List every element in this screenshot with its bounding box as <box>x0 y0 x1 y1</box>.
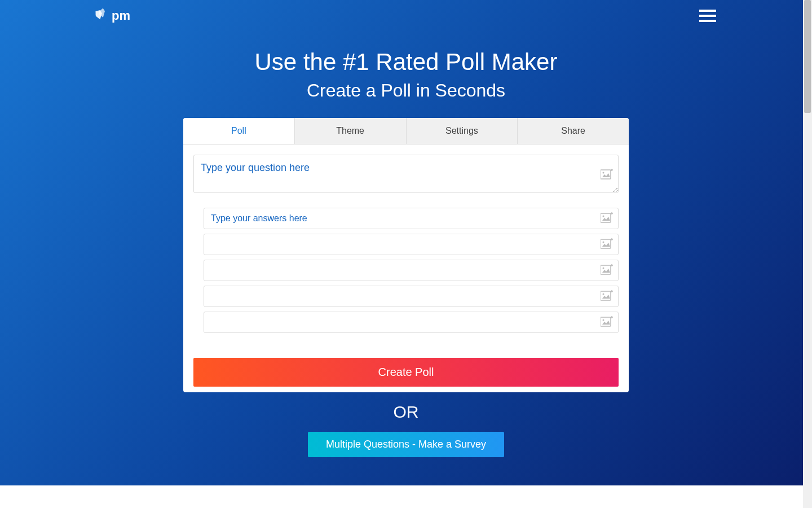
answer-input-5[interactable] <box>204 312 619 333</box>
hamburger-icon <box>699 20 716 22</box>
hamburger-icon <box>699 10 716 12</box>
add-image-icon[interactable] <box>601 290 613 303</box>
svg-rect-4 <box>601 213 611 222</box>
svg-point-1 <box>603 172 604 174</box>
hero-section: pm Use the #1 Rated Poll Maker Create a … <box>0 0 812 485</box>
header: pm <box>0 0 812 32</box>
logo-text: pm <box>112 8 130 23</box>
create-poll-button[interactable]: Create Poll <box>193 358 619 387</box>
logo[interactable]: pm <box>96 8 130 23</box>
scrollbar-thumb[interactable] <box>804 0 811 113</box>
svg-rect-12 <box>601 265 611 274</box>
menu-button[interactable] <box>699 10 716 22</box>
stats-section: Polling 1 Million+ People Everyday <box>0 485 812 508</box>
add-image-icon[interactable] <box>601 264 613 277</box>
tab-theme[interactable]: Theme <box>295 118 407 144</box>
answers-list <box>193 208 619 333</box>
svg-point-9 <box>603 242 604 243</box>
add-image-icon[interactable] <box>601 212 613 225</box>
svg-rect-0 <box>601 170 611 179</box>
or-divider: OR <box>0 402 812 422</box>
question-row <box>193 155 619 195</box>
poll-card: Poll Theme Settings Share <box>183 118 629 392</box>
tab-share[interactable]: Share <box>518 118 629 144</box>
tab-settings[interactable]: Settings <box>407 118 518 144</box>
hero-content: Use the #1 Rated Poll Maker Create a Pol… <box>0 32 812 457</box>
answer-row <box>204 234 619 255</box>
svg-rect-20 <box>601 317 611 326</box>
answer-row <box>204 260 619 281</box>
answer-input-1[interactable] <box>204 208 619 229</box>
svg-point-17 <box>603 294 604 295</box>
svg-point-21 <box>603 319 604 321</box>
scrollbar[interactable] <box>803 0 812 508</box>
question-input[interactable] <box>193 155 619 193</box>
add-image-icon[interactable] <box>601 316 613 329</box>
answer-row <box>204 286 619 307</box>
logo-icon <box>94 7 111 24</box>
svg-point-5 <box>603 216 604 217</box>
add-image-icon[interactable] <box>601 168 613 182</box>
answer-row <box>204 312 619 333</box>
svg-point-13 <box>603 268 604 269</box>
svg-rect-16 <box>601 291 611 300</box>
poll-body <box>183 144 629 348</box>
svg-rect-8 <box>601 239 611 248</box>
add-image-icon[interactable] <box>601 238 613 251</box>
page-title: Use the #1 Rated Poll Maker <box>0 49 812 76</box>
tabs: Poll Theme Settings Share <box>183 118 629 144</box>
hamburger-icon <box>699 15 716 17</box>
answer-row <box>204 208 619 229</box>
answer-input-2[interactable] <box>204 234 619 255</box>
answer-input-4[interactable] <box>204 286 619 307</box>
tab-poll[interactable]: Poll <box>183 118 295 144</box>
make-survey-button[interactable]: Multiple Questions - Make a Survey <box>308 432 504 457</box>
page-subtitle: Create a Poll in Seconds <box>0 80 812 101</box>
answer-input-3[interactable] <box>204 260 619 281</box>
